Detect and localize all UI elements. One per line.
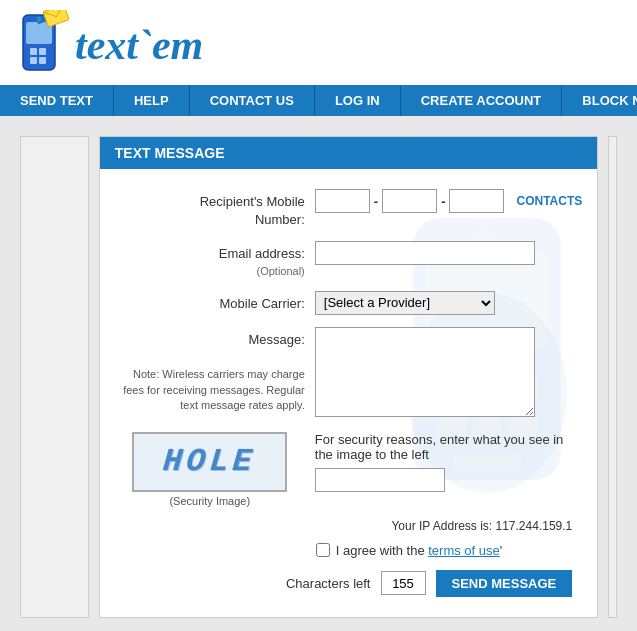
captcha-label: (Security Image) xyxy=(169,495,250,507)
svg-rect-3 xyxy=(39,48,46,55)
message-control-area xyxy=(315,327,582,420)
bottom-row: Characters left SEND MESSAGE xyxy=(115,570,582,597)
contacts-link[interactable]: CONTACTS xyxy=(516,194,582,208)
message-textarea[interactable] xyxy=(315,327,535,417)
logo-area: text`em xyxy=(15,10,203,80)
captcha-image: HOLE xyxy=(132,432,287,492)
phone-prefix-input[interactable] xyxy=(382,189,437,213)
terms-text: I agree with the terms of use' xyxy=(336,543,503,558)
nav-send-text[interactable]: SEND TEXT xyxy=(0,85,114,116)
nav-create-account[interactable]: CREATE ACCOUNT xyxy=(401,85,563,116)
recipient-row: Recipient's MobileNumber: - - CONTACTS xyxy=(115,189,582,229)
carrier-label: Mobile Carrier: xyxy=(115,291,315,313)
nav-log-in[interactable]: LOG IN xyxy=(315,85,401,116)
message-row: Message: Note: Wireless carriers may cha… xyxy=(115,327,582,420)
terms-link[interactable]: terms of use xyxy=(428,543,500,558)
nav-help[interactable]: HELP xyxy=(114,85,190,116)
captcha-input[interactable] xyxy=(315,468,445,492)
sidebar-right xyxy=(608,136,617,618)
phone-sep-1: - xyxy=(374,194,378,209)
logo-phone-icon xyxy=(15,10,70,80)
phone-area-input[interactable] xyxy=(315,189,370,213)
captcha-left: HOLE (Security Image) xyxy=(115,432,315,507)
carrier-control-area: [Select a Provider] AT&T Verizon T-Mobil… xyxy=(315,291,582,315)
email-label: Email address: (Optional) xyxy=(115,241,315,279)
header: text`em xyxy=(0,0,637,85)
svg-rect-5 xyxy=(39,57,46,64)
terms-checkbox[interactable] xyxy=(316,543,330,557)
svg-rect-2 xyxy=(30,48,37,55)
form-panel: TEXT MESSAGE Recipient's MobileNumber: xyxy=(99,136,598,618)
panel-title: TEXT MESSAGE xyxy=(115,145,225,161)
email-control-area xyxy=(315,241,582,265)
terms-row: I agree with the terms of use' xyxy=(115,543,582,558)
captcha-right: For security reasons, enter what you see… xyxy=(315,432,582,492)
nav-contact-us[interactable]: CONTACT US xyxy=(190,85,315,116)
svg-rect-4 xyxy=(30,57,37,64)
phone-number-input[interactable] xyxy=(449,189,504,213)
message-label: Message: Note: Wireless carriers may cha… xyxy=(115,327,315,414)
chars-left-label: Characters left xyxy=(286,576,371,591)
main-content: TEXT MESSAGE Recipient's MobileNumber: xyxy=(0,116,637,631)
email-input[interactable] xyxy=(315,241,535,265)
phone-group: - - CONTACTS xyxy=(315,189,582,213)
captcha-row: HOLE (Security Image) For security reaso… xyxy=(115,432,582,507)
carrier-row: Mobile Carrier: [Select a Provider] AT&T… xyxy=(115,291,582,315)
captcha-word: HOLE xyxy=(162,443,258,480)
form-panel-header: TEXT MESSAGE xyxy=(100,137,597,169)
ip-row: Your IP Address is: 117.244.159.1 xyxy=(115,519,582,533)
phone-sep-2: - xyxy=(441,194,445,209)
recipient-label: Recipient's MobileNumber: xyxy=(115,189,315,229)
form-body: Recipient's MobileNumber: - - CONTACTS xyxy=(100,169,597,617)
carrier-select[interactable]: [Select a Provider] AT&T Verizon T-Mobil… xyxy=(315,291,495,315)
chars-left-value[interactable] xyxy=(381,571,426,595)
captcha-instruction: For security reasons, enter what you see… xyxy=(315,432,582,462)
message-note: Note: Wireless carriers may charge fees … xyxy=(115,367,305,413)
logo-text: text`em xyxy=(75,21,203,69)
sidebar-left xyxy=(20,136,89,618)
nav-block-number[interactable]: BLOCK NUMBER xyxy=(562,85,637,116)
email-row: Email address: (Optional) xyxy=(115,241,582,279)
send-message-button[interactable]: SEND MESSAGE xyxy=(436,570,573,597)
phone-control-area: - - CONTACTS xyxy=(315,189,582,213)
ip-text: Your IP Address is: 117.244.159.1 xyxy=(391,519,572,533)
navbar: SEND TEXT HELP CONTACT US LOG IN CREATE … xyxy=(0,85,637,116)
